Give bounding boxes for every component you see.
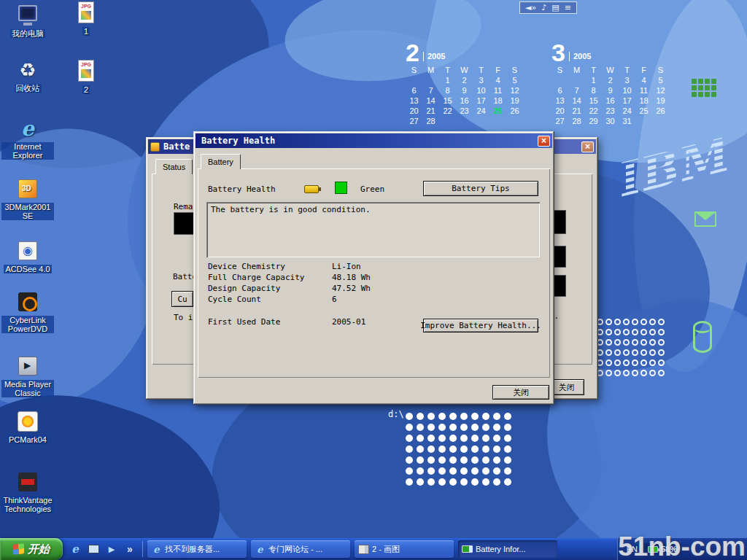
pcmark-icon <box>16 410 39 433</box>
field-row: Cycle Count6 <box>208 295 371 306</box>
icon-label: ThinkVantage Technologies <box>1 496 54 513</box>
battery-icon <box>462 544 473 554</box>
cu-button-fragment[interactable]: Cu <box>171 291 193 307</box>
task-label: 专门网论坛 - ... <box>268 544 322 555</box>
3dmark-icon <box>16 177 39 201</box>
condition-text: The battery is in good condition. <box>211 205 371 214</box>
health-status-indicator <box>335 182 347 194</box>
field-value: 6 <box>332 295 337 306</box>
desktop-icon-internet-explorer[interactable]: Internet Explorer <box>1 117 54 160</box>
to-i-label-fragment: To i <box>174 313 193 322</box>
close-icon[interactable]: × <box>581 141 594 152</box>
battery-gauge <box>174 212 194 235</box>
jpg-file-icon <box>74 1 98 25</box>
icon-label: 我的电脑 <box>10 29 45 38</box>
internet-explorer-icon <box>255 544 266 554</box>
desktop-icon-recycle-bin[interactable]: 回收站 <box>1 58 54 93</box>
battery-fields: Device ChemistryLi-IonFull Charge Capaci… <box>208 262 371 306</box>
desktop-icon-my-computer[interactable]: 我的电脑 <box>1 4 54 38</box>
field-label: Cycle Count <box>208 295 332 306</box>
improve-battery-health-button[interactable]: Improve Battery Health... <box>423 319 538 332</box>
icon-label: 3DMark2001 SE <box>1 203 54 220</box>
icon-label: ACDSee 4.0 <box>4 265 51 273</box>
close-button[interactable]: 关闭 <box>492 385 549 400</box>
first-used-row: First Used Date 2005-01 <box>208 317 365 328</box>
internet-explorer-icon[interactable] <box>69 542 82 556</box>
recycle-bin-icon <box>16 58 39 82</box>
desktop-icon-jpg-file[interactable]: 1 <box>60 1 112 36</box>
condition-text-box: The battery is in good condition. <box>206 202 540 257</box>
expand-chevron-icon[interactable] <box>123 542 136 556</box>
field-value: 47.52 Wh <box>332 284 371 295</box>
health-status-text: Green <box>360 184 384 194</box>
dialog-title: Battery Health <box>201 136 275 146</box>
field-label: Full Charge Capacity <box>208 273 332 284</box>
quick-launch <box>63 538 142 560</box>
icon-label: PCMark04 <box>7 435 48 444</box>
battery-health-dialog: Battery Health × Battery Battery Health … <box>193 131 554 405</box>
window-title: Batte <box>163 141 190 152</box>
desktop: IBM ◄»♪▤≡ d:\ 22005SMTWTFS12345678910111… <box>0 0 747 560</box>
health-label: Battery Health <box>208 184 276 194</box>
task-label: Battery Infor... <box>476 545 525 553</box>
desktop-icon-3dmark[interactable]: 3DMark2001 SE <box>1 177 54 220</box>
desktop-icon-thinkvantage[interactable]: ThinkVantage Technologies <box>1 470 54 513</box>
watermark: 51nb-com <box>618 532 746 560</box>
my-computer-icon <box>16 4 39 27</box>
desktop-icon-powerdvd[interactable]: CyberLink PowerDVD <box>1 290 54 333</box>
start-button[interactable]: 开始 <box>0 538 63 560</box>
field-label: Design Capacity <box>208 284 332 295</box>
field-value: Li-Ion <box>332 262 361 273</box>
battery-health-titlebar[interactable]: Battery Health × <box>196 133 552 148</box>
task-label: 找不到服务器... <box>165 544 220 555</box>
icon-label: CyberLink PowerDVD <box>1 316 54 333</box>
desktop-icon-jpg-file[interactable]: 2 <box>60 60 112 94</box>
taskbar-task[interactable]: 找不到服务器... <box>147 540 247 558</box>
show-desktop-icon[interactable] <box>87 542 100 556</box>
icon-label: 1 <box>82 27 90 36</box>
close-icon[interactable]: × <box>538 136 550 147</box>
desktop-icon-acdsee[interactable]: ACDSee 4.0 <box>1 239 54 273</box>
taskbar-task[interactable]: 专门网论坛 - ... <box>251 540 350 558</box>
thinkvantage-icon <box>16 470 39 494</box>
powerdvd-icon <box>16 290 39 314</box>
battery-icon <box>304 185 319 193</box>
acdsee-icon <box>16 239 39 262</box>
field-row: Device ChemistryLi-Ion <box>208 262 371 273</box>
tab-battery[interactable]: Battery <box>201 154 241 169</box>
start-label: 开始 <box>28 542 50 556</box>
jpg-file-icon <box>74 60 98 83</box>
icon-label: Internet Explorer <box>1 142 54 160</box>
media-player-classic-icon <box>16 354 39 378</box>
media-player-icon[interactable] <box>105 542 118 556</box>
windows-flag-icon <box>13 543 24 555</box>
field-label: First Used Date <box>208 317 332 328</box>
taskbar-tasks: 找不到服务器...专门网论坛 - ...2 - 画图Battery Infor.… <box>143 538 617 560</box>
field-row: Design Capacity47.52 Wh <box>208 284 371 295</box>
icon-label: 2 <box>82 85 90 94</box>
icon-label: 回收站 <box>15 84 42 93</box>
desktop-icon-pcmark[interactable]: PCMark04 <box>1 410 54 444</box>
internet-explorer-icon <box>16 117 39 140</box>
field-value: 2005-01 <box>332 317 365 328</box>
field-value: 48.18 Wh <box>332 273 371 284</box>
internet-explorer-icon <box>151 544 162 554</box>
paint-icon <box>358 544 369 554</box>
tab-status[interactable]: Status <box>155 159 193 174</box>
icon-label: Media Player Classic <box>1 380 54 397</box>
field-row: Full Charge Capacity48.18 Wh <box>208 273 371 284</box>
battery-icon <box>150 142 160 152</box>
field-label: Device Chemistry <box>208 262 332 273</box>
taskbar-task[interactable]: Battery Infor... <box>458 540 557 558</box>
task-label: 2 - 画图 <box>372 544 400 555</box>
desktop-icon-media-player-classic[interactable]: Media Player Classic <box>1 354 54 397</box>
taskbar-task[interactable]: 2 - 画图 <box>355 540 454 558</box>
battery-tips-button[interactable]: Battery Tips <box>423 181 538 196</box>
